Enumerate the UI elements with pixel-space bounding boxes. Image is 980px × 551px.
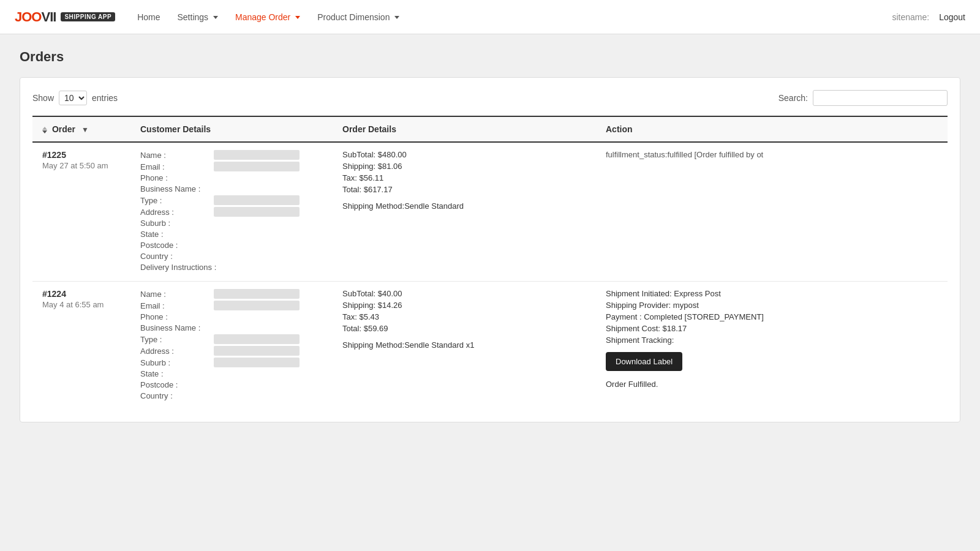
customer-field-label: Delivery Instructions :	[140, 263, 216, 272]
customer-field: Email :	[140, 301, 323, 310]
customer-field-value	[214, 162, 300, 171]
total: Total: $59.69	[342, 324, 586, 333]
shipping-method: Shipping Method:Sendle Standard	[342, 201, 586, 211]
table-body: #1225 May 27 at 5:50 am Name : Email : P…	[32, 142, 948, 410]
payment-status: Payment : Completed [STORED_PAYMENT]	[606, 312, 938, 321]
customer-field-label: Suburb :	[140, 358, 214, 367]
page-content: Orders Show 10 25 50 entries Search:	[0, 34, 980, 437]
customer-field: Business Name :	[140, 323, 323, 332]
customer-field-label: Phone :	[140, 173, 214, 182]
order-number: #1224	[42, 289, 121, 299]
logout-button[interactable]: Logout	[939, 12, 965, 22]
customer-cell: Name : Email : Phone : Business Name : T…	[130, 142, 333, 282]
customer-field-label: Email :	[140, 162, 214, 171]
settings-caret-icon	[213, 16, 218, 19]
customer-field: Email :	[140, 162, 323, 171]
navbar-right: sitename: Logout	[892, 12, 965, 22]
shipment-tracking: Shipment Tracking:	[606, 335, 938, 345]
customer-field: Address :	[140, 346, 323, 356]
order-details-cell: SubTotal: $40.00 Shipping: $14.26 Tax: $…	[333, 282, 596, 410]
customer-field: Suburb :	[140, 219, 323, 228]
customer-field-label: Email :	[140, 301, 214, 310]
nav-home[interactable]: Home	[130, 7, 167, 27]
th-action: Action	[596, 116, 948, 142]
customer-field: Name :	[140, 289, 323, 299]
customer-field-label: Address :	[140, 208, 214, 217]
customer-field-value	[214, 334, 300, 344]
tax: Tax: $56.11	[342, 173, 586, 182]
navbar: JOOVII SHIPPING APP Home Settings Manage…	[0, 0, 980, 34]
order-filter-icon[interactable]: ▼	[81, 126, 89, 134]
product-dimension-caret-icon	[394, 16, 399, 19]
customer-field: State :	[140, 369, 323, 378]
nav-settings[interactable]: Settings	[170, 7, 225, 27]
tax: Tax: $5.43	[342, 312, 586, 321]
customer-field: Phone :	[140, 173, 323, 182]
shipment-cost: Shipment Cost: $18.17	[606, 324, 938, 333]
customer-field: Type :	[140, 195, 323, 205]
action-cell: fulfillment_status:fulfilled [Order fulf…	[596, 142, 948, 282]
customer-field-label: Suburb :	[140, 219, 214, 228]
order-cell: #1224 May 4 at 6:55 am	[32, 282, 130, 410]
page-title: Orders	[20, 49, 960, 65]
table-controls: Show 10 25 50 entries Search:	[32, 90, 948, 106]
shipping-method: Shipping Method:Sendle Standard x1	[342, 340, 586, 350]
shipment-initiated: Shipment Initiated: Express Post	[606, 289, 938, 298]
customer-cell: Name : Email : Phone : Business Name : T…	[130, 282, 333, 410]
search-label: Search:	[778, 93, 808, 103]
nav-links: Home Settings Manage Order Product Dimen…	[130, 7, 877, 27]
customer-field-value	[214, 150, 300, 160]
customer-field-label: Business Name :	[140, 184, 214, 193]
customer-field: Phone :	[140, 312, 323, 321]
sitename-label: sitename:	[892, 12, 929, 22]
customer-field-value	[214, 289, 300, 299]
customer-field-label: Postcode :	[140, 380, 214, 389]
table-row: #1224 May 4 at 6:55 am Name : Email : Ph…	[32, 282, 948, 410]
customer-field-label: Phone :	[140, 312, 214, 321]
customer-field-label: Name :	[140, 290, 214, 299]
nav-manage-order[interactable]: Manage Order	[228, 7, 307, 27]
customer-field-label: Country :	[140, 252, 214, 261]
customer-field-label: Type :	[140, 196, 214, 205]
orders-card: Show 10 25 50 entries Search: Order	[20, 77, 960, 422]
logo: JOOVII	[15, 9, 56, 25]
customer-field: Postcode :	[140, 241, 323, 250]
order-date: May 4 at 6:55 am	[42, 300, 121, 309]
order-date: May 27 at 5:50 am	[42, 161, 121, 170]
subtotal: SubTotal: $480.00	[342, 150, 586, 159]
customer-field: Business Name :	[140, 184, 323, 193]
entries-select[interactable]: 10 25 50	[59, 91, 87, 105]
nav-product-dimension[interactable]: Product Dimension	[310, 7, 407, 27]
shipping-provider: Shipping Provider: mypost	[606, 301, 938, 310]
customer-field: Postcode :	[140, 380, 323, 389]
order-fulfilled-text: Order Fulfilled.	[606, 380, 938, 389]
sort-icon	[42, 127, 47, 133]
show-label: Show	[32, 93, 54, 103]
th-customer: Customer Details	[130, 116, 333, 142]
customer-field-label: Country :	[140, 391, 214, 400]
download-label-button[interactable]: Download Label	[606, 352, 682, 371]
customer-field: Type :	[140, 334, 323, 344]
customer-field-label: Type :	[140, 335, 214, 344]
total: Total: $617.17	[342, 185, 586, 194]
customer-field-label: Business Name :	[140, 323, 214, 332]
customer-field-value	[214, 195, 300, 205]
search-input[interactable]	[813, 90, 948, 106]
customer-field: Suburb :	[140, 358, 323, 367]
customer-field-value	[214, 301, 300, 310]
entries-label: entries	[92, 93, 118, 103]
order-cell: #1225 May 27 at 5:50 am	[32, 142, 130, 282]
customer-field-value	[214, 358, 300, 367]
action-cell: Shipment Initiated: Express Post Shippin…	[596, 282, 948, 410]
customer-field: Country :	[140, 391, 323, 400]
action-status: fulfillment_status:fulfilled [Order fulf…	[606, 150, 820, 159]
customer-field: Name :	[140, 150, 323, 160]
show-entries: Show 10 25 50 entries	[32, 91, 118, 105]
shipping-cost: Shipping: $14.26	[342, 301, 586, 310]
customer-field-label: Address :	[140, 347, 214, 356]
shipping-badge: SHIPPING APP	[61, 12, 115, 21]
customer-field-label: State :	[140, 230, 214, 239]
shipping-cost: Shipping: $81.06	[342, 162, 586, 171]
order-number: #1225	[42, 150, 121, 160]
customer-field-label: State :	[140, 369, 214, 378]
